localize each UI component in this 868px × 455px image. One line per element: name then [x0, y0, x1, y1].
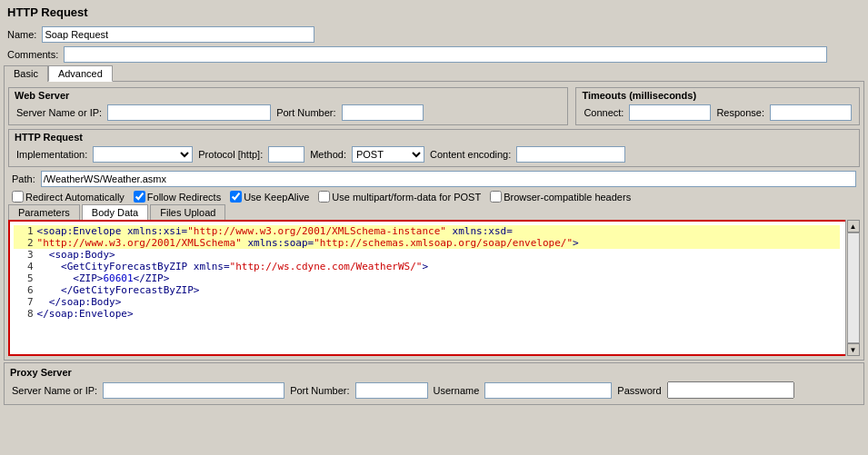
line-content: <ZIP>60601</ZIP>: [35, 272, 840, 284]
port-input[interactable]: [342, 104, 424, 121]
scrollbar[interactable]: ▲ ▼: [845, 220, 860, 356]
checkboxes-row: Redirect Automatically Follow Redirects …: [8, 189, 860, 204]
line-num: 4: [14, 261, 35, 272]
encoding-label: Content encoding:: [430, 149, 511, 160]
code-table: 1 <soap:Envelope xmlns:xsi="http://www.w…: [14, 225, 840, 320]
table-row: 6 </GetCityForecastByZIP>: [14, 284, 840, 296]
multipart-label: Use multipart/form-data for POST: [332, 192, 481, 203]
path-label: Path:: [12, 173, 35, 184]
browser-headers-label: Browser-compatible headers: [504, 192, 631, 203]
tab-advanced[interactable]: Advanced: [48, 65, 113, 82]
line-content: </GetCityForecastByZIP>: [35, 284, 840, 296]
proxy-row: Server Name or IP: Port Number: Username…: [8, 380, 860, 401]
http-request-section: HTTP Request Implementation: HttpClient4…: [8, 129, 860, 167]
keepalive-item: Use KeepAlive: [230, 191, 309, 203]
line-num: 2: [14, 237, 35, 249]
proxy-port-input[interactable]: [355, 382, 428, 399]
line-num: 1: [14, 225, 35, 237]
name-input[interactable]: [42, 26, 314, 43]
encoding-input[interactable]: [516, 146, 625, 163]
scroll-up-button[interactable]: ▲: [847, 220, 860, 232]
code-wrapper: 1 <soap:Envelope xmlns:xsi="http://www.w…: [8, 220, 860, 356]
table-row: 3 <soap:Body>: [14, 249, 840, 261]
line-num: 5: [14, 272, 35, 284]
scroll-down-button[interactable]: ▼: [847, 343, 860, 356]
line-content: <GetCityForecastByZIP xmlns="http://ws.c…: [35, 261, 840, 272]
comments-input[interactable]: [64, 46, 827, 63]
panel-title: HTTP Request: [4, 4, 864, 21]
comments-row: Comments:: [4, 45, 864, 64]
impl-label: Implementation:: [16, 149, 87, 160]
method-label: Method:: [310, 149, 346, 160]
body-tab-bar: Parameters Body Data Files Upload: [8, 204, 860, 220]
proxy-username-input[interactable]: [484, 382, 612, 399]
multipart-item: Use multipart/form-data for POST: [318, 191, 481, 203]
main-panel: Web Server Server Name or IP: Port Numbe…: [4, 81, 864, 361]
path-row: Path:: [8, 169, 860, 189]
line-num: 7: [14, 296, 35, 308]
comments-label: Comments:: [7, 49, 58, 60]
line-content: </soap:Body>: [35, 296, 840, 308]
web-server-section: Web Server Server Name or IP: Port Numbe…: [8, 87, 568, 125]
http-request-label: HTTP Request: [13, 132, 855, 143]
proxy-password-input[interactable]: [667, 381, 794, 399]
line-num: 3: [14, 249, 35, 261]
timeouts-row: Connect: Response:: [580, 103, 855, 123]
scroll-track[interactable]: [847, 232, 860, 343]
line-content: "http://www.w3.org/2001/XMLSchema" xmlns…: [35, 237, 840, 249]
proxy-password-label: Password: [617, 385, 661, 396]
redirect-auto-item: Redirect Automatically: [12, 191, 125, 203]
server-name-label: Server Name or IP:: [16, 107, 102, 118]
keepalive-label: Use KeepAlive: [244, 192, 309, 203]
tab-parameters[interactable]: Parameters: [8, 204, 80, 220]
response-label: Response:: [716, 107, 764, 118]
table-row: 1 <soap:Envelope xmlns:xsi="http://www.w…: [14, 225, 840, 237]
browser-headers-checkbox[interactable]: [490, 191, 502, 203]
browser-headers-item: Browser-compatible headers: [490, 191, 631, 203]
line-content: <soap:Body>: [35, 249, 840, 261]
method-row: Implementation: HttpClient4 HttpClient3.…: [13, 144, 855, 164]
impl-select[interactable]: HttpClient4 HttpClient3.1 Java: [93, 146, 193, 163]
line-num: 8: [14, 308, 35, 320]
protocol-label: Protocol [http]:: [198, 149, 263, 160]
table-row: 4 <GetCityForecastByZIP xmlns="http://ws…: [14, 261, 840, 272]
proxy-server-label: Server Name or IP:: [12, 385, 97, 396]
web-server-label: Web Server: [13, 90, 564, 101]
timeouts-section: Timeouts (milliseconds) Connect: Respons…: [575, 87, 860, 125]
main-container: HTTP Request Name: Comments: Basic Advan…: [0, 0, 868, 409]
tab-basic[interactable]: Basic: [4, 65, 48, 82]
proxy-section: Proxy Server Server Name or IP: Port Num…: [4, 362, 864, 405]
proxy-port-label: Port Number:: [290, 385, 349, 396]
redirect-auto-label: Redirect Automatically: [25, 192, 125, 203]
table-row: 2 "http://www.w3.org/2001/XMLSchema" xml…: [14, 237, 840, 249]
line-num: 6: [14, 284, 35, 296]
method-select[interactable]: GET POST PUT DELETE HEAD OPTIONS PATCH: [352, 146, 424, 163]
response-input[interactable]: [770, 104, 852, 121]
path-input[interactable]: [41, 171, 856, 187]
proxy-label: Proxy Server: [8, 367, 860, 378]
connect-input[interactable]: [629, 104, 711, 121]
protocol-input[interactable]: [268, 146, 304, 163]
main-tab-bar: Basic Advanced: [4, 64, 864, 81]
proxy-username-label: Username: [434, 385, 480, 396]
timeouts-label: Timeouts (milliseconds): [580, 90, 855, 101]
code-editor[interactable]: 1 <soap:Envelope xmlns:xsi="http://www.w…: [8, 220, 860, 356]
server-name-input[interactable]: [107, 104, 271, 121]
follow-redirects-checkbox[interactable]: [134, 191, 145, 203]
keepalive-checkbox[interactable]: [230, 191, 242, 203]
table-row: 7 </soap:Body>: [14, 296, 840, 308]
table-row: 5 <ZIP>60601</ZIP>: [14, 272, 840, 284]
table-row: 8 </soap:Envelope>: [14, 308, 840, 320]
port-label: Port Number:: [276, 107, 335, 118]
follow-redirects-item: Follow Redirects: [134, 191, 221, 203]
proxy-server-input[interactable]: [103, 382, 284, 399]
tab-files-upload[interactable]: Files Upload: [150, 204, 225, 220]
line-content: </soap:Envelope>: [35, 308, 840, 320]
line-content: <soap:Envelope xmlns:xsi="http://www.w3.…: [35, 225, 840, 237]
multipart-checkbox[interactable]: [318, 191, 330, 203]
server-row: Server Name or IP: Port Number:: [13, 103, 564, 123]
tab-body-data[interactable]: Body Data: [82, 204, 148, 220]
name-label: Name:: [7, 29, 36, 40]
redirect-auto-checkbox[interactable]: [12, 191, 24, 203]
connect-label: Connect:: [584, 107, 624, 118]
